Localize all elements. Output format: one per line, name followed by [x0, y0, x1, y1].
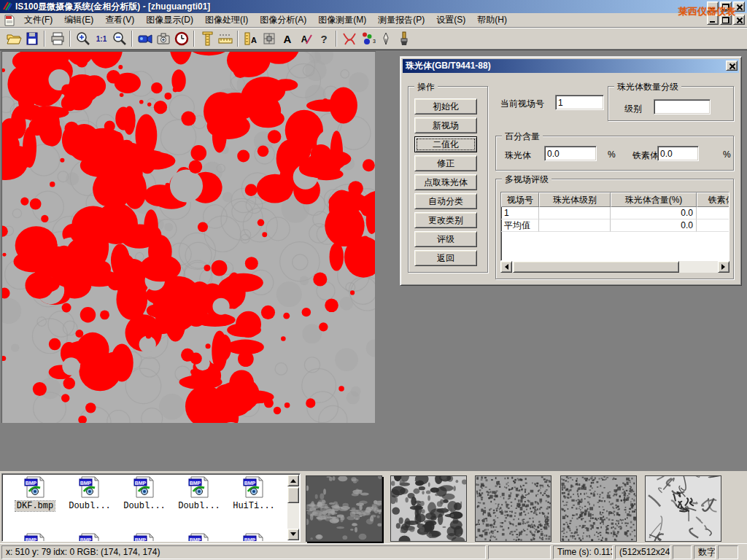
table-cell — [539, 219, 611, 232]
metallographic-image[interactable] — [1, 51, 376, 423]
toolbar-separator — [131, 31, 133, 47]
file-item[interactable]: BMPDoubl... — [119, 476, 170, 511]
brush-button[interactable] — [395, 29, 413, 48]
op-button-5[interactable]: 自动分类 — [414, 193, 477, 209]
clock-button[interactable] — [172, 29, 190, 48]
clock-icon — [174, 31, 190, 47]
file-item[interactable]: BMPDKF.bmp — [9, 476, 61, 511]
op-button-8[interactable]: 返回 — [414, 250, 477, 266]
bmp-file-icon: BMP — [24, 476, 46, 498]
op-button-6[interactable]: 更改类别 — [414, 212, 477, 228]
pearlite-value-input[interactable] — [544, 146, 597, 161]
thumbnail-0[interactable] — [306, 475, 382, 542]
file-item[interactable]: BMPDoubl... — [174, 476, 225, 511]
menu-item-3[interactable]: 图像显示(D) — [140, 13, 199, 26]
op-button-1[interactable]: 新视场 — [414, 117, 477, 133]
svg-text:BMP: BMP — [190, 481, 201, 486]
op-button-3[interactable]: 修正 — [414, 155, 477, 171]
toolbar-separator — [69, 31, 71, 47]
op-button-4[interactable]: 点取珠光体 — [414, 174, 477, 190]
mode-status: 数字 — [694, 545, 716, 559]
zoom-out-button[interactable] — [110, 29, 128, 48]
scroll-right-button[interactable] — [718, 261, 729, 273]
title-bar: IS100显微摄像系统(金相分析版) - [zhuguangti01] — [0, 0, 747, 13]
table-header-cell[interactable]: 铁素体含量(%) — [697, 192, 729, 207]
thumbnail-2[interactable] — [475, 475, 551, 542]
dialog-close-button[interactable] — [726, 61, 738, 71]
op-button-7[interactable]: 评级 — [414, 231, 477, 247]
multi-field-table[interactable]: 视场号珠光体级别珠光体含量(%)铁素体含量(%)10.0平均值0.0 — [500, 192, 729, 261]
zoom-in-button[interactable] — [74, 29, 92, 48]
hscroll-thumb[interactable] — [513, 261, 679, 273]
toolbar: 1:1AAA?3 — [0, 28, 747, 50]
one-to-one-button[interactable]: 1:1 — [92, 29, 110, 48]
file-item[interactable]: BMPHuiTi... — [228, 476, 279, 511]
scroll-down-button[interactable] — [287, 529, 299, 540]
menu-item-1[interactable]: 编辑(E) — [58, 13, 99, 26]
scroll-up-button[interactable] — [287, 475, 299, 486]
cursor-position-status: x: 510 y: 79 idx: 0 RGB: (174, 174, 174) — [1, 545, 486, 559]
file-list[interactable]: BMPDKF.bmpBMPDoubl...BMPDoubl...BMPDoubl… — [1, 473, 301, 542]
table-row[interactable]: 平均值0.0 — [501, 219, 729, 232]
multi-field-group: 多视场评级 视场号珠光体级别珠光体含量(%)铁素体含量(%)10.0平均值0.0 — [495, 179, 734, 279]
video-camera-icon — [137, 31, 153, 47]
file-item-clipped[interactable]: BMP — [174, 533, 225, 542]
svg-text:BMP: BMP — [244, 481, 256, 486]
printer-button[interactable] — [48, 29, 66, 48]
measure-text-button[interactable]: A — [241, 29, 260, 48]
toolbar-separator — [237, 31, 239, 47]
folder-open-button[interactable] — [4, 29, 23, 48]
status-blank-2 — [673, 545, 692, 559]
image-dimensions-status: (512x512x24) — [615, 545, 670, 559]
grid-cross-button[interactable] — [260, 29, 278, 48]
file-item-clipped[interactable]: BMP — [228, 533, 279, 542]
thumbnail-4[interactable] — [645, 475, 721, 542]
svg-text:BMP: BMP — [135, 537, 147, 542]
menu-item-2[interactable]: 查看(V) — [99, 13, 140, 26]
file-item-clipped[interactable]: BMP — [64, 533, 115, 542]
table-header-cell[interactable]: 视场号 — [501, 192, 539, 207]
annotate-button[interactable]: A — [296, 29, 314, 48]
pearlite-unit: % — [608, 149, 616, 160]
menu-item-8[interactable]: 设置(S) — [430, 13, 471, 26]
thumbnail-1[interactable] — [390, 475, 467, 542]
svg-text:BMP: BMP — [80, 537, 92, 542]
ruler-button[interactable] — [216, 29, 234, 48]
menu-item-6[interactable]: 图像测量(M) — [312, 13, 372, 26]
table-row[interactable]: 10.0 — [501, 207, 729, 219]
caliper-button[interactable] — [198, 29, 216, 48]
curve-button[interactable] — [340, 29, 358, 48]
menu-item-4[interactable]: 图像处理(I) — [199, 13, 254, 26]
table-header-cell[interactable]: 珠光体含量(%) — [611, 192, 697, 207]
op-button-0[interactable]: 初始化 — [414, 98, 477, 114]
file-name: DKF.bmp — [15, 501, 55, 511]
level-input[interactable] — [654, 99, 711, 114]
file-item-clipped[interactable]: BMP — [119, 533, 170, 542]
bmp-file-icon: BMP — [188, 533, 210, 542]
text-button[interactable]: A — [278, 29, 296, 48]
scroll-left-button[interactable] — [500, 261, 512, 273]
file-item[interactable]: BMPDoubl... — [64, 476, 115, 511]
op-button-2[interactable]: 二值化 — [414, 136, 477, 152]
grid-cross-icon — [261, 31, 277, 47]
svg-text:3: 3 — [373, 39, 376, 44]
counter-button[interactable]: 3 — [358, 29, 376, 48]
vscroll-thumb[interactable] — [287, 487, 299, 503]
menu-item-0[interactable]: 文件(F) — [18, 13, 58, 26]
file-item-clipped[interactable]: BMP — [9, 533, 61, 542]
menu-item-9[interactable]: 帮助(H) — [471, 13, 513, 26]
menu-item-5[interactable]: 图像分析(A) — [254, 13, 312, 26]
table-header-cell[interactable]: 珠光体级别 — [539, 192, 611, 207]
filelist-vscrollbar[interactable] — [287, 475, 299, 540]
video-camera-button[interactable] — [136, 29, 154, 48]
ferrite-value-input[interactable] — [657, 146, 699, 161]
menu-item-7[interactable]: 测量报告(P) — [372, 13, 430, 26]
table-hscrollbar[interactable] — [500, 261, 729, 273]
help-button[interactable]: ? — [314, 29, 333, 48]
svg-text:1:1: 1:1 — [96, 35, 107, 43]
camera-button[interactable] — [154, 29, 172, 48]
pen-button[interactable] — [376, 29, 395, 48]
thumbnail-3[interactable] — [560, 475, 637, 542]
floppy-button[interactable] — [23, 29, 41, 48]
current-field-input[interactable] — [555, 95, 604, 110]
